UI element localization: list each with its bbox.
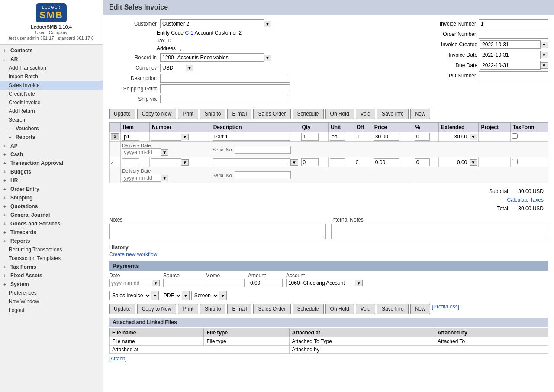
payment-date-btn[interactable]: ▼ [152, 280, 160, 286]
item-input-2[interactable] [122, 158, 139, 166]
currency-dropdown-btn[interactable]: ▼ [186, 65, 193, 71]
serial-no-input-2[interactable] [235, 171, 291, 179]
invoice-number-input[interactable]: 1 [479, 19, 548, 28]
payment-account-input[interactable] [286, 279, 355, 287]
print-dest-select[interactable]: Screen [191, 291, 219, 300]
taxform-cb-2[interactable] [512, 159, 518, 164]
new-btn-bottom[interactable]: New [410, 304, 430, 314]
delivery-date-btn-2[interactable]: ▼ [161, 175, 168, 181]
shipping-point-input[interactable] [160, 84, 290, 93]
invoice-created-btn[interactable]: ▼ [541, 42, 548, 48]
sidebar-item-new-window[interactable]: New Window [0, 297, 103, 306]
ship-to-btn-top[interactable]: Ship to [200, 109, 225, 119]
attach-link[interactable]: [Attach] [109, 356, 127, 362]
serial-no-input-1[interactable] [235, 146, 291, 154]
schedule-btn-bottom[interactable]: Schedule [293, 304, 324, 314]
payment-account-btn[interactable]: ▼ [355, 280, 363, 286]
item-input-1[interactable] [122, 133, 139, 141]
ship-to-btn-bottom[interactable]: Ship to [200, 304, 225, 314]
print-btn-bottom[interactable]: Print [178, 304, 198, 314]
sidebar-item-timecards[interactable]: + Timecards [0, 228, 103, 237]
profit-loss-link[interactable]: [Profit/Loss] [432, 304, 459, 314]
order-number-input[interactable] [479, 30, 548, 39]
sidebar-item-add-transaction[interactable]: Add Transaction [0, 64, 103, 72]
entity-code-link[interactable]: C-1 [185, 30, 193, 36]
create-workflow-link[interactable]: Create new workflow [109, 251, 157, 257]
print-type-select[interactable]: Sales Invoice [109, 291, 151, 300]
sidebar-item-transaction-approval[interactable]: + Transaction Approval [0, 159, 103, 167]
void-btn-top[interactable]: Void [356, 109, 375, 119]
void-btn-bottom[interactable]: Void [356, 304, 375, 314]
sidebar-item-reports[interactable]: + Reports [0, 237, 103, 245]
due-date-btn[interactable]: ▼ [541, 62, 548, 69]
sidebar-item-order-entry[interactable]: + Order Entry [0, 185, 103, 193]
payment-amount-input[interactable] [248, 279, 283, 287]
number-input-1[interactable] [151, 133, 181, 141]
delivery-date-input-2[interactable] [122, 174, 161, 182]
price-input-2[interactable] [374, 158, 399, 166]
description-input[interactable] [160, 74, 290, 83]
print-format-arrow[interactable]: ▼ [182, 291, 190, 300]
sidebar-item-system[interactable]: + System [0, 280, 103, 289]
payment-memo-input[interactable] [206, 279, 245, 287]
print-type-arrow[interactable]: ▼ [151, 291, 159, 300]
desc-dropdown-2[interactable]: ▼ [290, 159, 298, 166]
due-date-input[interactable]: 2022-10-31 [480, 61, 541, 70]
sidebar-item-search[interactable]: Search [0, 116, 103, 124]
ship-via-input[interactable] [160, 95, 290, 103]
sidebar-item-fixed-assets[interactable]: + Fixed Assets [0, 271, 103, 280]
copy-to-new-btn-top[interactable]: Copy to New [137, 109, 177, 119]
number-dropdown-1[interactable]: ▼ [181, 134, 189, 140]
new-btn-top[interactable]: New [410, 109, 430, 119]
taxform-cb-1[interactable] [512, 133, 518, 139]
sidebar-item-shipping[interactable]: + Shipping [0, 193, 103, 202]
save-info-btn-top[interactable]: Save Info [377, 109, 409, 119]
email-btn-top[interactable]: E-mail [227, 109, 251, 119]
sidebar-item-contacts[interactable]: + Contacts [0, 46, 103, 55]
sidebar-item-hr[interactable]: + HR [0, 176, 103, 185]
schedule-btn-top[interactable]: Schedule [293, 109, 324, 119]
desc-input-1[interactable] [213, 133, 290, 141]
extended-dropdown-2[interactable]: ▼ [470, 159, 477, 166]
qty-input-2[interactable] [301, 158, 319, 166]
unit-input-2[interactable] [330, 158, 345, 166]
percent-input-2[interactable] [415, 158, 430, 166]
sidebar-item-budgets[interactable]: + Budgets [0, 167, 103, 176]
print-dest-arrow[interactable]: ▼ [219, 291, 227, 300]
delivery-date-btn-1[interactable]: ▼ [161, 149, 168, 156]
internal-notes-textarea[interactable] [331, 224, 548, 239]
sidebar-item-vouchers[interactable]: + Vouchers [0, 124, 103, 133]
calculate-taxes-link[interactable]: Calculate Taxes [507, 197, 544, 203]
on-hold-btn-bottom[interactable]: On Hold [325, 304, 354, 314]
price-input-1[interactable] [374, 133, 399, 141]
sidebar-item-reports-ar[interactable]: + Reports [0, 133, 103, 141]
sidebar-item-preferences[interactable]: Preferences [0, 289, 103, 297]
customer-input[interactable]: Customer 2 [160, 19, 264, 28]
payment-date-input[interactable] [109, 279, 152, 287]
sidebar-item-cash[interactable]: + Cash [0, 150, 103, 159]
sales-order-btn-top[interactable]: Sales Order [253, 109, 290, 119]
currency-input[interactable]: USD [160, 64, 186, 72]
po-number-input[interactable] [479, 71, 548, 80]
sidebar-item-credit-invoice[interactable]: Credit Invoice [0, 98, 103, 107]
invoice-created-input[interactable]: 2022-10-31 [480, 40, 541, 49]
update-btn-top[interactable]: Update [109, 109, 135, 119]
qty-input-1[interactable] [301, 133, 319, 141]
copy-to-new-btn-bottom[interactable]: Copy to New [137, 304, 177, 314]
sidebar-item-logout[interactable]: Logout [0, 306, 103, 315]
sidebar-item-import-batch[interactable]: Import Batch [0, 72, 103, 81]
on-hold-btn-top[interactable]: On Hold [325, 109, 354, 119]
sidebar-item-credit-note[interactable]: Credit Note [0, 90, 103, 98]
sidebar-item-sales-invoice[interactable]: Sales Invoice [0, 81, 103, 90]
email-btn-bottom[interactable]: E-mail [227, 304, 251, 314]
print-format-select[interactable]: PDF [161, 291, 182, 300]
number-dropdown-2[interactable]: ▼ [181, 159, 189, 166]
unit-input-1[interactable] [330, 133, 345, 141]
invoice-date-btn[interactable]: ▼ [541, 52, 548, 58]
customer-dropdown-btn[interactable]: ▼ [264, 21, 271, 27]
sidebar-item-quotations[interactable]: + Quotations [0, 202, 103, 211]
sidebar-item-transaction-templates[interactable]: Transaction Templates [0, 254, 103, 263]
sidebar-item-add-return[interactable]: Add Return [0, 107, 103, 116]
record-in-dropdown-btn[interactable]: ▼ [264, 55, 271, 61]
payment-source-input[interactable] [163, 279, 202, 287]
